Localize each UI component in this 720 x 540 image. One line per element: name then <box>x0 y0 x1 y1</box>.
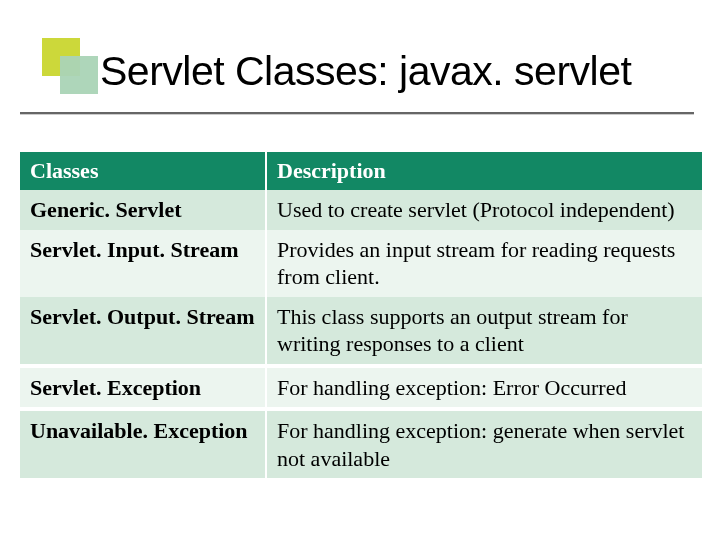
title-area: Servlet Classes: javax. servlet <box>0 56 720 128</box>
table-row: Servlet. Output. Stream This class suppo… <box>20 297 702 364</box>
class-desc-cell: For handling exception: Error Occurred <box>266 368 702 408</box>
class-name-cell: Servlet. Output. Stream <box>20 297 266 364</box>
table-row: Unavailable. Exception For handling exce… <box>20 411 702 478</box>
col-header-description: Description <box>266 152 702 190</box>
slide: Servlet Classes: javax. servlet Classes … <box>0 0 720 540</box>
class-name-cell: Servlet. Input. Stream <box>20 230 266 297</box>
class-name-cell: Generic. Servlet <box>20 190 266 230</box>
class-name-cell: Servlet. Exception <box>20 368 266 408</box>
table-row: Generic. Servlet Used to create servlet … <box>20 190 702 230</box>
page-title: Servlet Classes: javax. servlet <box>100 48 631 95</box>
class-desc-cell: For handling exception: generate when se… <box>266 411 702 478</box>
class-table-wrap: Classes Description Generic. Servlet Use… <box>0 128 720 478</box>
class-desc-cell: Provides an input stream for reading req… <box>266 230 702 297</box>
decor-square-front <box>60 56 98 94</box>
title-underline <box>20 112 694 115</box>
class-desc-cell: This class supports an output stream for… <box>266 297 702 364</box>
class-desc-cell: Used to create servlet (Protocol indepen… <box>266 190 702 230</box>
table-header-row: Classes Description <box>20 152 702 190</box>
col-header-classes: Classes <box>20 152 266 190</box>
class-table: Classes Description Generic. Servlet Use… <box>20 152 702 478</box>
class-name-cell: Unavailable. Exception <box>20 411 266 478</box>
table-row: Servlet. Exception For handling exceptio… <box>20 368 702 408</box>
table-row: Servlet. Input. Stream Provides an input… <box>20 230 702 297</box>
